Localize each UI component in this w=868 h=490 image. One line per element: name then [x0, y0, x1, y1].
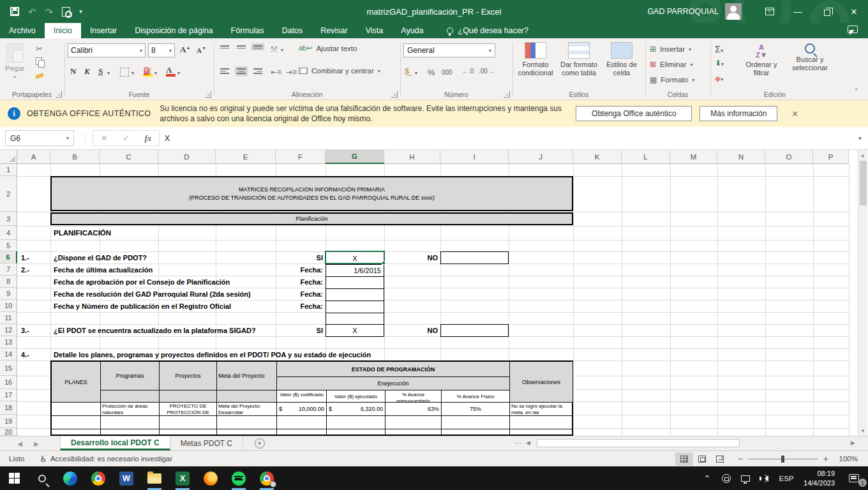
taskbar-search-button[interactable]: [28, 466, 56, 490]
table-header-observaciones[interactable]: Observaciones: [510, 362, 573, 403]
percent-style-icon[interactable]: %: [428, 68, 435, 77]
meet-now-icon[interactable]: [717, 466, 736, 490]
menu-tab-disposicion[interactable]: Disposición de página: [126, 23, 221, 38]
menu-tab-datos[interactable]: Datos: [273, 23, 312, 38]
format-as-table-button[interactable]: Dar formato como tabla: [558, 42, 600, 77]
cell-q1-no-label[interactable]: NO: [384, 251, 438, 264]
taskbar-word[interactable]: W: [112, 466, 140, 490]
table-header-planes[interactable]: PLANES: [52, 362, 101, 403]
cancel-entry-icon[interactable]: ✕: [101, 133, 108, 143]
table-empty-cell[interactable]: [160, 416, 217, 429]
autosum-icon[interactable]: Σ▾: [715, 43, 723, 54]
scroll-down-icon[interactable]: ▼: [858, 426, 867, 435]
table-cell-meta[interactable]: Meta del Proyecto: Desarrollar: [217, 403, 277, 416]
cell-q3-text[interactable]: ¿El PDOT se encuentra actualizado en la …: [54, 324, 256, 336]
comment-icon[interactable]: [848, 26, 858, 33]
ribbon-display-options-button[interactable]: [756, 0, 784, 23]
table-header-meta[interactable]: Meta del Proyecto: [217, 362, 277, 390]
menu-tab-ayuda[interactable]: Ayuda: [392, 23, 432, 38]
row-header-17[interactable]: 17: [0, 389, 17, 401]
orientation-dropdown-arrow[interactable]: ▾: [281, 47, 283, 53]
taskbar-firefox[interactable]: [197, 466, 225, 490]
menu-tab-formulas[interactable]: Fórmulas: [222, 23, 273, 38]
row-header-20[interactable]: 20: [0, 428, 17, 436]
close-warning-icon[interactable]: ✕: [791, 109, 798, 119]
row-header-14[interactable]: 14: [0, 348, 17, 360]
column-header-H[interactable]: H: [384, 150, 440, 164]
table-empty-cell[interactable]: [327, 416, 385, 429]
table-cell-programas[interactable]: Protección de áreas naturales: [101, 403, 160, 416]
cut-icon[interactable]: ✂: [36, 45, 43, 53]
align-top-icon[interactable]: [218, 43, 231, 50]
italic-icon[interactable]: K: [84, 66, 90, 77]
cell-q2d-fecha-label[interactable]: Fecha:: [276, 300, 323, 312]
wrap-text-button[interactable]: ab↩ Ajustar texto: [299, 44, 357, 52]
zoom-level[interactable]: 100%: [834, 455, 858, 463]
align-middle-icon[interactable]: [235, 43, 248, 50]
undo-icon[interactable]: ↶: [28, 7, 36, 17]
get-office-button[interactable]: Obtenga Office auténtico: [576, 106, 692, 121]
table-empty-cell[interactable]: [277, 416, 327, 429]
row-header-8[interactable]: 8: [0, 276, 17, 288]
table-header-proyectos[interactable]: Proyectos: [160, 362, 217, 390]
number-dialog-launcher[interactable]: [504, 91, 510, 98]
redo-icon[interactable]: ↷: [45, 7, 54, 17]
increase-font-icon[interactable]: A▲: [180, 45, 190, 55]
table-cell-observaciones[interactable]: No se logró ejecutar la meta, en las: [510, 403, 573, 416]
menu-tab-insertar[interactable]: Insertar: [81, 23, 126, 38]
table-cell-avance-fisico[interactable]: 75%: [442, 403, 510, 416]
column-header-M[interactable]: M: [670, 150, 717, 164]
row-header-13[interactable]: 13: [0, 336, 17, 348]
notification-center-button[interactable]: 1: [840, 466, 868, 490]
taskbar-chrome[interactable]: [84, 466, 112, 490]
column-header-A[interactable]: A: [17, 150, 50, 164]
number-format-combobox[interactable]: General▾: [403, 43, 495, 57]
cell-q2-text[interactable]: Fecha de última actualización: [54, 264, 153, 276]
table-cell-avance-presupuestario[interactable]: 63%: [385, 403, 442, 416]
row-header-16[interactable]: 16: [0, 376, 17, 389]
align-bottom-icon[interactable]: [251, 43, 264, 50]
comma-style-icon[interactable]: 000: [442, 69, 453, 76]
zoom-in-icon[interactable]: +: [823, 454, 828, 464]
align-right-icon[interactable]: [251, 66, 264, 76]
row-header-4[interactable]: 4: [0, 226, 17, 240]
tray-expand-icon[interactable]: ⌃: [698, 466, 717, 490]
cell-q3-si-answer[interactable]: X: [326, 324, 384, 337]
column-header-K[interactable]: K: [573, 150, 622, 164]
row-header-9[interactable]: 9: [0, 288, 17, 300]
menu-tab-vista[interactable]: Vista: [357, 23, 393, 38]
sheet-tab-desarrollo[interactable]: Desarrollo local PDOT C: [60, 436, 170, 450]
table-cell-valor-codificado[interactable]: $ 10,000.00: [277, 403, 327, 416]
find-select-button[interactable]: Buscar y seleccionar: [785, 43, 835, 71]
table-empty-cell[interactable]: [52, 429, 101, 436]
row-header-18[interactable]: 18: [0, 401, 17, 415]
table-cell-valor-ejecutado[interactable]: $ 6,320.00: [327, 403, 385, 416]
select-all-corner[interactable]: [0, 150, 17, 164]
zoom-slider-thumb[interactable]: [781, 456, 784, 463]
fill-icon[interactable]: ⬇▾: [715, 59, 724, 68]
customize-qat-icon[interactable]: ▾: [79, 8, 82, 15]
cell-q1-si-label[interactable]: SI: [276, 251, 323, 264]
network-icon[interactable]: [736, 466, 755, 490]
menu-tab-archivo[interactable]: Archivo: [0, 23, 45, 38]
normal-view-button[interactable]: [675, 452, 693, 466]
column-header-E[interactable]: E: [216, 150, 276, 164]
decrease-font-icon[interactable]: A▼: [197, 46, 206, 54]
clock[interactable]: 08:19 14/4/2023: [804, 469, 835, 487]
row-header-6[interactable]: 6: [0, 251, 17, 264]
menu-tab-revisar[interactable]: Revisar: [311, 23, 356, 38]
row-header-3[interactable]: 3: [0, 212, 17, 226]
row-header-5[interactable]: 5: [0, 240, 17, 251]
table-header-estado[interactable]: ESTADO DE PROGRAMACIÓN: [277, 362, 510, 377]
table-empty-cell[interactable]: [327, 429, 385, 436]
font-color-icon[interactable]: A: [166, 65, 176, 77]
clipboard-dialog-launcher[interactable]: [56, 91, 62, 98]
delete-cells-button[interactable]: ⊠Eliminar▾: [650, 60, 693, 69]
font-dialog-launcher[interactable]: [205, 91, 211, 98]
row-header-2[interactable]: 2: [0, 176, 17, 212]
scroll-up-icon[interactable]: ▲: [858, 151, 867, 160]
restore-button[interactable]: [812, 0, 840, 23]
sheet-tab-metas[interactable]: Metas PDOT C: [170, 436, 243, 450]
format-cells-button[interactable]: ▦Formato▾: [650, 75, 694, 84]
vertical-scrollbar-thumb[interactable]: [860, 161, 867, 205]
